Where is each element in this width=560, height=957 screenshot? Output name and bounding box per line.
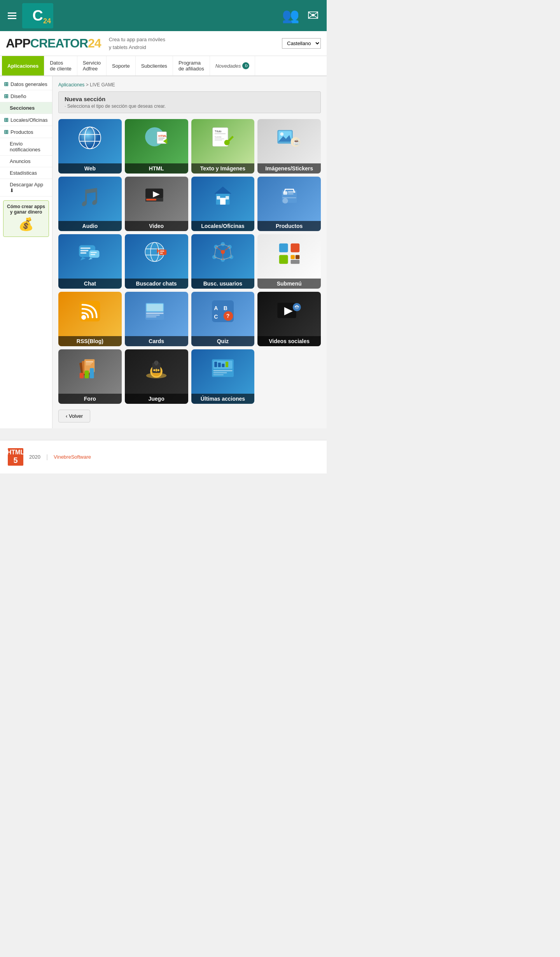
- tile-texto[interactable]: Título Subtitle Texto y Imágenes: [191, 119, 255, 174]
- svg-rect-48: [91, 252, 97, 253]
- nav-soporte[interactable]: Soporte: [107, 56, 136, 75]
- breadcrumb-live-game: LIVE GAME: [90, 82, 115, 88]
- svg-rect-114: [155, 361, 158, 365]
- hamburger-menu[interactable]: [8, 12, 16, 19]
- content-area: ⊞ Datos generales ⊞ Diseño Secciones ⊞ L…: [0, 76, 327, 428]
- tile-foro[interactable]: Foro: [58, 349, 122, 404]
- tile-html[interactable]: HTML HTML: [125, 119, 188, 174]
- nav-aplicaciones[interactable]: Aplicaciones: [2, 56, 44, 75]
- brand-app: APP: [6, 36, 30, 50]
- nav-programa-afiliados[interactable]: Programade afiliados: [173, 56, 210, 75]
- svg-rect-107: [85, 370, 89, 378]
- productos-icon: [276, 182, 303, 210]
- svg-rect-106: [80, 373, 84, 379]
- tile-ultimas[interactable]: Últimas acciones: [191, 349, 255, 404]
- expand-icon: ⊞: [4, 129, 9, 135]
- tile-rss[interactable]: RSS(Blog): [58, 292, 122, 346]
- cards-icon: [143, 298, 170, 325]
- tile-juego-label: Juego: [125, 394, 188, 404]
- imagenes-icon: ☕: [276, 125, 303, 152]
- svg-rect-122: [222, 364, 224, 367]
- buscador-chats-icon: [143, 240, 170, 267]
- rss-icon: [76, 298, 103, 325]
- svg-rect-15: [215, 138, 224, 139]
- top-header: C 24 👥 ✉: [0, 0, 327, 31]
- tile-chat[interactable]: Chat: [58, 234, 122, 289]
- svg-rect-117: [156, 369, 157, 372]
- web-icon: [76, 125, 103, 152]
- tile-submenu[interactable]: Submenú: [257, 234, 321, 289]
- submenu-icon: [276, 240, 303, 267]
- svg-marker-32: [214, 187, 231, 194]
- section-subtitle: · Selecciona el tipo de sección que dese…: [65, 103, 315, 109]
- svg-text:Subtitle: Subtitle: [215, 136, 222, 138]
- logo-box[interactable]: C 24: [22, 3, 53, 28]
- tile-videos-sociales-label: Videos sociales: [257, 336, 321, 346]
- breadcrumb-aplicaciones[interactable]: Aplicaciones: [58, 82, 84, 88]
- tile-quiz[interactable]: A B C ? Quiz: [191, 292, 255, 346]
- logo-24: 24: [43, 17, 51, 25]
- sidebar-item-productos[interactable]: ⊞ Productos: [0, 126, 52, 138]
- groups-icon[interactable]: 👥: [282, 7, 299, 24]
- tile-rss-label: RSS(Blog): [58, 336, 122, 346]
- nav-datos-cliente[interactable]: Datosde cliente: [44, 56, 77, 75]
- svg-text:A: A: [214, 305, 218, 311]
- sidebar-item-descargar[interactable]: Descargar App ⬇: [0, 179, 52, 196]
- tile-audio-label: Audio: [58, 221, 122, 231]
- sidebar-item-anuncios[interactable]: Anuncios: [0, 156, 52, 167]
- tile-busc-usuarios[interactable]: Busc. usuarios: [191, 234, 255, 289]
- tile-video[interactable]: Video: [125, 177, 188, 231]
- tile-busc-usuarios-label: Busc. usuarios: [191, 279, 255, 289]
- sidebar-promo[interactable]: Cómo crear apps y ganar dinero 💰: [3, 200, 49, 237]
- svg-point-18: [224, 140, 229, 145]
- back-button[interactable]: ‹ Volver: [58, 410, 90, 422]
- tile-juego[interactable]: Juego: [125, 349, 188, 404]
- footer: HTML 5 2020 | VinebreSoftware: [0, 440, 327, 473]
- tile-cards[interactable]: Cards: [125, 292, 188, 346]
- sidebar-item-locales[interactable]: ⊞ Locales/Oficinas: [0, 114, 52, 126]
- svg-rect-125: [213, 372, 227, 373]
- tile-buscador-chats[interactable]: Buscador chats: [125, 234, 188, 289]
- refresh-icon: ↻: [242, 62, 249, 69]
- svg-point-116: [158, 369, 159, 371]
- nav-servicio-adfree[interactable]: ServicioAdfree: [77, 56, 107, 75]
- tile-cards-label: Cards: [125, 336, 188, 346]
- sidebar-item-estadisticas[interactable]: Estadísticas: [0, 167, 52, 179]
- svg-text:?: ?: [226, 313, 230, 319]
- sidebar-item-secciones[interactable]: Secciones: [0, 102, 52, 114]
- tile-foro-label: Foro: [58, 394, 122, 404]
- mail-icon[interactable]: ✉: [307, 7, 319, 24]
- sidebar-item-diseno[interactable]: ⊞ Diseño: [0, 90, 52, 102]
- tile-audio[interactable]: 🎵 Audio: [58, 177, 122, 231]
- language-select[interactable]: Castellano English: [282, 38, 321, 49]
- tile-imagenes[interactable]: ☕ Imágenes/Stickers: [257, 119, 321, 174]
- nav-subclientes[interactable]: Subclientes: [136, 56, 173, 75]
- section-header: Nueva sección · Selecciona el tipo de se…: [58, 91, 321, 113]
- sidebar-item-datos-generales[interactable]: ⊞ Datos generales: [0, 78, 52, 90]
- tile-chat-label: Chat: [58, 279, 122, 289]
- svg-rect-33: [220, 198, 226, 205]
- svg-rect-16: [215, 140, 222, 141]
- sidebar-item-envio[interactable]: Envíonotificaciones: [0, 138, 52, 156]
- tile-videos-sociales[interactable]: Videos sociales: [257, 292, 321, 346]
- header-right: 👥 ✉: [282, 7, 319, 24]
- tile-productos[interactable]: Productos: [257, 177, 321, 231]
- svg-rect-43: [80, 247, 91, 249]
- svg-rect-126: [213, 374, 223, 375]
- tile-locales-label: Locales/Oficinas: [191, 221, 255, 231]
- breadcrumb: Aplicaciones > LIVE GAME: [58, 82, 321, 88]
- svg-rect-108: [90, 368, 94, 378]
- nav-novedades[interactable]: Novedades ↻: [210, 56, 256, 75]
- svg-rect-89: [146, 316, 156, 317]
- expand-icon: ⊞: [4, 117, 9, 123]
- quiz-icon: A B C ?: [209, 298, 236, 325]
- tile-locales[interactable]: Locales/Oficinas: [191, 177, 255, 231]
- svg-rect-81: [290, 260, 299, 264]
- footer-year: 2020: [29, 454, 40, 460]
- texto-icon: Título Subtitle: [209, 125, 236, 152]
- svg-rect-123: [226, 362, 228, 367]
- svg-point-40: [282, 198, 288, 203]
- svg-rect-77: [290, 244, 299, 252]
- svg-line-73: [216, 247, 223, 252]
- tile-web[interactable]: Web: [58, 119, 122, 174]
